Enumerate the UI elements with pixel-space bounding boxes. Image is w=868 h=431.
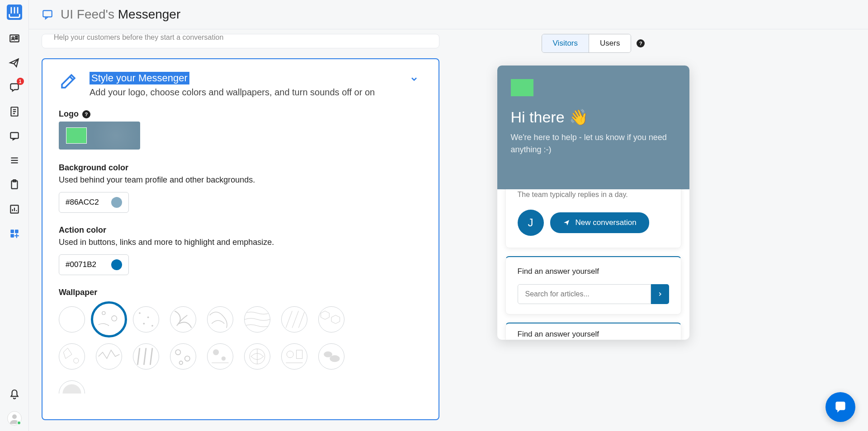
logo-label: Logo ? [59, 109, 422, 119]
svg-point-54 [330, 355, 340, 362]
wallpaper-option[interactable] [59, 380, 85, 407]
bg-color-desc: Used behind your team profile and other … [59, 175, 422, 185]
svg-point-27 [102, 312, 105, 315]
messenger-icon [42, 9, 53, 20]
preview-avatar: J [518, 210, 544, 236]
find-answer-label: Find an answer yourself [518, 267, 669, 276]
wallpaper-option[interactable] [96, 343, 122, 370]
send-icon[interactable] [9, 57, 20, 69]
svg-line-41 [150, 348, 152, 365]
svg-point-42 [175, 350, 180, 355]
svg-rect-2 [17, 7, 18, 14]
help-icon[interactable]: ? [82, 110, 90, 118]
svg-rect-11 [10, 132, 18, 138]
page-title: UI Feed's Messenger [61, 7, 180, 22]
action-color-desc: Used in buttons, links and more to highl… [59, 238, 422, 247]
svg-rect-5 [15, 37, 17, 37]
svg-point-46 [222, 356, 226, 361]
wallpaper-option[interactable] [244, 343, 270, 370]
wallpaper-option[interactable] [170, 343, 196, 370]
preview-column: Visitors Users ? Hi there 👋 We're here t… [485, 34, 702, 426]
bg-color-input[interactable] [59, 192, 129, 213]
wave-icon: 👋 [569, 108, 588, 126]
preview-hero: Hi there 👋 We're here to help - let us k… [497, 66, 689, 189]
action-color-field[interactable] [66, 260, 104, 269]
svg-point-55 [62, 384, 81, 403]
svg-point-29 [139, 312, 141, 314]
wallpaper-option[interactable] [318, 306, 344, 333]
wallpaper-option[interactable] [281, 343, 307, 370]
search-button[interactable] [651, 284, 669, 304]
logo-thumbnail [66, 127, 87, 144]
reports-icon[interactable] [9, 203, 20, 215]
help-icon[interactable]: ? [637, 39, 645, 47]
svg-point-50 [287, 351, 293, 358]
svg-marker-36 [321, 311, 330, 319]
messenger-icon [833, 400, 848, 414]
svg-rect-21 [10, 230, 14, 233]
wallpaper-option[interactable] [318, 343, 344, 370]
wallpaper-option[interactable] [207, 306, 233, 333]
svg-point-4 [12, 37, 14, 39]
contacts-icon[interactable] [9, 33, 20, 44]
svg-rect-25 [43, 10, 52, 17]
clipboard-icon[interactable] [9, 179, 20, 191]
send-icon [563, 219, 570, 226]
svg-point-38 [74, 358, 79, 363]
wallpaper-option[interactable] [59, 343, 85, 370]
search-input[interactable] [518, 284, 651, 304]
inbox-badge: 1 [17, 78, 24, 85]
wallpaper-option[interactable] [133, 343, 159, 370]
user-avatar[interactable] [7, 411, 22, 426]
wallpaper-grid [59, 306, 357, 407]
chevron-right-icon [657, 291, 663, 297]
messenger-preview: Hi there 👋 We're here to help - let us k… [497, 66, 689, 340]
chat-icon[interactable] [9, 130, 20, 142]
svg-point-32 [151, 325, 153, 327]
collapsed-card-hint[interactable]: Help your customers before they start a … [42, 34, 439, 48]
wallpaper-option[interactable] [207, 343, 233, 370]
action-color-input[interactable] [59, 254, 129, 275]
bg-color-swatch[interactable] [111, 197, 122, 208]
preview-extra-card: Find an answer yourself [505, 323, 681, 340]
list-icon[interactable] [9, 155, 20, 166]
messenger-launcher[interactable] [826, 392, 855, 422]
svg-rect-0 [10, 7, 12, 14]
wallpaper-option-none[interactable] [59, 306, 85, 333]
new-conversation-button[interactable]: New conversation [550, 212, 649, 233]
preview-logo [511, 79, 533, 96]
online-status-icon [17, 421, 21, 425]
action-color-swatch[interactable] [111, 259, 122, 270]
svg-rect-51 [297, 350, 302, 359]
svg-point-31 [143, 323, 145, 324]
wallpaper-option[interactable] [281, 306, 307, 333]
brand-logo[interactable] [7, 5, 22, 20]
svg-point-28 [112, 316, 117, 321]
svg-line-34 [292, 311, 298, 328]
card-title: Style your Messenger [90, 72, 189, 84]
inbox-icon[interactable]: 1 [9, 81, 20, 93]
svg-point-44 [179, 361, 183, 364]
apps-icon[interactable] [9, 228, 20, 239]
svg-line-40 [144, 348, 146, 365]
start-conv-sub: The team typically replies in a day. [518, 191, 669, 199]
bg-color-label: Background color [59, 163, 422, 173]
chevron-down-icon[interactable] [410, 75, 419, 86]
visitors-toggle[interactable]: Visitors [542, 34, 589, 52]
notifications-icon[interactable] [9, 389, 20, 400]
svg-point-45 [213, 349, 219, 355]
logo-upload[interactable] [59, 122, 140, 150]
svg-point-24 [12, 414, 17, 419]
pencil-icon [59, 72, 78, 91]
svg-point-30 [147, 316, 149, 318]
wallpaper-option-selected[interactable] [91, 301, 127, 337]
wallpaper-option[interactable] [244, 306, 270, 333]
wallpaper-option[interactable] [133, 306, 159, 333]
svg-rect-23 [10, 234, 14, 238]
articles-icon[interactable] [9, 106, 20, 117]
preview-search-card: Find an answer yourself [505, 256, 681, 314]
bg-color-field[interactable] [66, 198, 104, 207]
wallpaper-option[interactable] [170, 306, 196, 333]
sidebar: 1 [0, 0, 29, 431]
users-toggle[interactable]: Users [589, 34, 631, 52]
